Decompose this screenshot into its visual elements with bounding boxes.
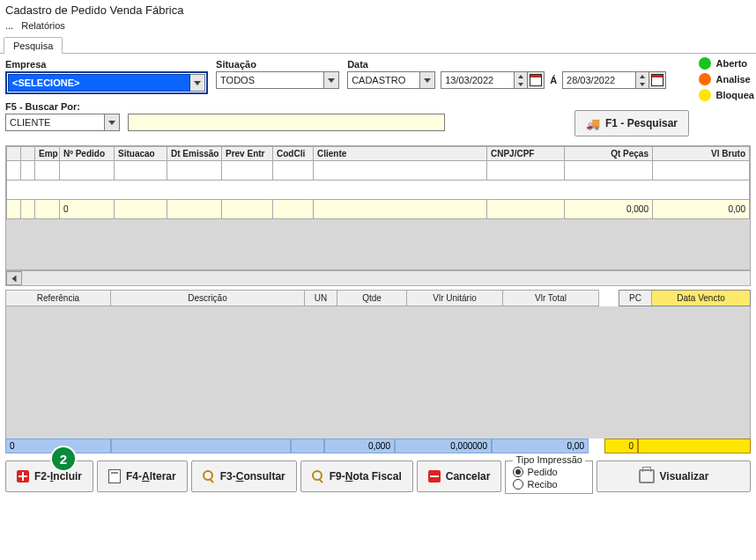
truck-icon: 🚚 — [586, 117, 600, 130]
btn-alterar[interactable]: F4-Alterar — [97, 461, 188, 492]
footer2-qtde: 0,000 — [324, 438, 395, 453]
date-to-cal-btn[interactable] — [649, 71, 666, 89]
col-qtpecas[interactable]: Qt Peças — [565, 147, 653, 161]
action-bar: 2 F2-Incluir F4-Alterar F3-Consultar F9-… — [5, 461, 751, 494]
lbl-buscarpor: F5 - Buscar Por: — [5, 101, 120, 112]
col-vlrtotal[interactable]: Vlr Total — [503, 291, 598, 306]
btn-incluir-label: F2-Incluir — [34, 470, 82, 483]
col-npedido[interactable]: Nº Pedido — [60, 147, 115, 161]
combo-buscarpor-btn[interactable] — [105, 114, 120, 131]
items-grid-footer: 0 0,000 0,000000 0,00 0 — [5, 438, 751, 453]
status-dot-aberto — [699, 57, 711, 70]
orders-grid[interactable]: Emp Nº Pedido Situacao Dt Emissão Prev E… — [5, 145, 751, 270]
combo-empresa[interactable]: <SELECIONE> — [5, 71, 208, 94]
radio-pedido[interactable]: Pedido — [513, 467, 584, 477]
combo-data-tipo[interactable]: CADASTRO — [347, 71, 435, 89]
menu-more[interactable]: ... — [5, 20, 13, 31]
btn-incluir[interactable]: 2 F2-Incluir — [5, 461, 93, 492]
tab-pesquisa[interactable]: Pesquisa — [4, 37, 63, 54]
status-dot-bloquea — [699, 89, 711, 101]
btn-notafiscal-label: F9-Nota Fiscal — [330, 470, 402, 483]
radio-icon — [513, 467, 523, 477]
col-cnpjcpf[interactable]: CNPJ/CPF — [487, 147, 565, 161]
footer-qtpecas: 0,000 — [565, 200, 653, 219]
grid-footer-row: 0 0,000 0,00 — [7, 200, 750, 219]
footer2-vlrtotal: 0,00 — [492, 438, 589, 453]
col-codcli[interactable]: CodCli — [273, 147, 314, 161]
btn-consultar[interactable]: F3-Consultar — [191, 461, 297, 492]
col-un[interactable]: UN — [305, 291, 337, 306]
col-preventr[interactable]: Prev Entr — [222, 147, 273, 161]
date-from-value[interactable]: 13/03/2022 — [441, 71, 515, 89]
btn-visualizar[interactable]: Visualizar — [597, 461, 751, 492]
tipo-impressao-legend: Tipo Impressão — [513, 454, 584, 465]
btn-cancelar-label: Cancelar — [446, 470, 491, 483]
lbl-data: Data — [347, 59, 666, 70]
search-input[interactable] — [128, 114, 445, 131]
date-from-spin[interactable] — [515, 71, 528, 89]
grid-blank-area — [7, 181, 750, 200]
combo-data-tipo-value: CADASTRO — [347, 71, 420, 89]
col-emp[interactable]: Emp — [35, 147, 60, 161]
menu-relatorios[interactable]: Relatórios — [21, 20, 65, 31]
chevron-down-icon — [328, 78, 335, 83]
edit-icon — [108, 469, 121, 483]
status-lbl-bloquea: Bloquea — [716, 90, 754, 100]
minus-icon — [428, 470, 441, 483]
radio-pedido-label: Pedido — [527, 467, 557, 477]
btn-alterar-label: F4-Alterar — [126, 470, 176, 483]
footer2-vlrunit: 0,000000 — [395, 438, 492, 453]
footer-vlbruto: 0,00 — [653, 200, 750, 219]
col-vlbruto[interactable]: Vl Bruto — [653, 147, 750, 161]
combo-empresa-btn[interactable] — [190, 74, 205, 92]
combo-situacao-value: TODOS — [216, 71, 324, 89]
btn-notafiscal[interactable]: F9-Nota Fiscal — [300, 461, 413, 492]
col-qtde[interactable]: Qtde — [337, 291, 407, 306]
col-situacao[interactable]: Situacao — [115, 147, 167, 161]
col-referencia[interactable]: Referência — [6, 291, 111, 306]
printer-icon — [639, 469, 655, 483]
col-vlrunit[interactable]: Vlr Unitário — [407, 291, 503, 306]
col-dtvencto[interactable]: Data Vencto — [652, 291, 750, 306]
btn-cancelar[interactable]: Cancelar — [417, 461, 502, 492]
status-lbl-analise: Analise — [716, 74, 751, 85]
btn-visualizar-label: Visualizar — [660, 470, 709, 483]
status-dot-analise — [699, 73, 711, 85]
status-lbl-aberto: Aberto — [716, 58, 747, 69]
window-title: Cadastro de Pedido Venda Fábrica — [0, 0, 756, 18]
combo-situacao-btn[interactable] — [324, 71, 339, 89]
date-from-cal-btn[interactable] — [528, 71, 545, 89]
status-legend: Aberto Analise Bloquea — [699, 57, 754, 105]
plus-icon — [17, 470, 29, 483]
date-separator: Á — [545, 71, 562, 89]
calendar-icon — [530, 74, 542, 86]
col-pc[interactable]: PC — [619, 291, 652, 306]
date-to[interactable]: 28/03/2022 — [562, 71, 666, 89]
btn-pesquisar[interactable]: 🚚 F1 - Pesquisar — [574, 110, 689, 136]
items-grid-header: Referência Descrição UN Qtde Vlr Unitári… — [5, 290, 751, 306]
radio-recibo[interactable]: Recibo — [513, 479, 584, 490]
col-dtemissao[interactable]: Dt Emissão — [167, 147, 222, 161]
menu-bar: ... Relatórios — [0, 18, 756, 34]
combo-buscarpor[interactable]: CLIENTE — [5, 114, 120, 131]
combo-situacao[interactable]: TODOS — [216, 71, 339, 89]
date-from[interactable]: 13/03/2022 — [441, 71, 545, 89]
lbl-empresa: Empresa — [5, 59, 208, 70]
search-icon — [203, 470, 215, 483]
footer-count: 0 — [60, 200, 115, 219]
scroll-left-icon[interactable] — [6, 271, 22, 285]
chevron-down-icon — [194, 81, 201, 85]
date-to-spin[interactable] — [636, 71, 649, 89]
combo-empresa-value: <SELECIONE> — [8, 74, 190, 92]
lbl-situacao: Situação — [216, 59, 339, 70]
combo-data-tipo-btn[interactable] — [420, 71, 435, 89]
date-to-value[interactable]: 28/03/2022 — [562, 71, 636, 89]
orders-grid-hscroll[interactable] — [5, 270, 751, 286]
callout-badge-2: 2 — [52, 447, 75, 470]
col-cliente[interactable]: Cliente — [314, 147, 487, 161]
items-grid-body[interactable] — [5, 306, 751, 438]
col-descricao[interactable]: Descrição — [111, 291, 305, 306]
search-icon — [312, 470, 324, 483]
grid-empty-row — [7, 161, 750, 181]
calendar-icon — [651, 74, 663, 86]
